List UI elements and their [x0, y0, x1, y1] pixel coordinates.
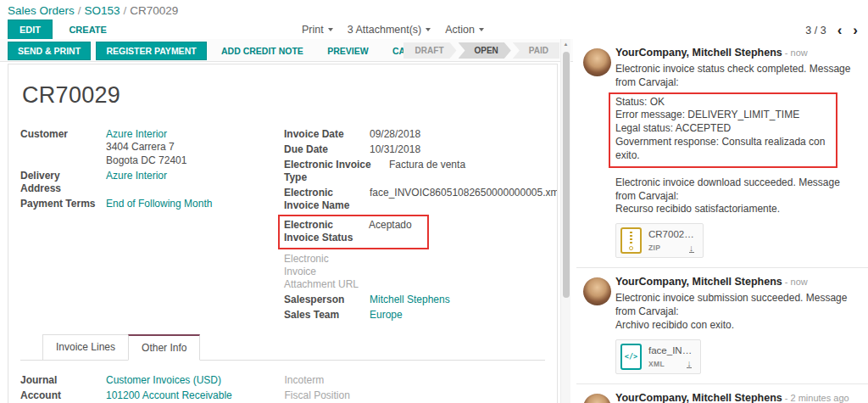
field-label: Journal: [20, 374, 106, 387]
invoice-form-sheet: CR70029 Customer Azure Interior 3404 Car…: [8, 64, 558, 403]
attachment-ext: ZIP: [648, 243, 660, 253]
field-delivery-address: Delivery Address Azure Interior: [20, 170, 281, 195]
other-info-panel: Journal Customer Invoices (USD) Account …: [20, 361, 545, 403]
attachments-label: 3 Attachment(s): [348, 24, 422, 36]
customer-address-line: 3404 Carrera 7: [106, 141, 281, 154]
message-line: Government response: Consulta realizada …: [615, 136, 831, 163]
message-timestamp: - now: [785, 48, 808, 58]
message-line: Archivo recibido con exito.: [615, 319, 854, 333]
message-line: Electronic invoice submission succeeded.…: [615, 292, 854, 319]
field-label: Electronic Invoice Name: [284, 187, 370, 212]
attachments-dropdown[interactable]: 3 Attachment(s): [348, 24, 431, 36]
einvoice-status-highlight-box: Electronic Invoice Status Aceptado: [278, 215, 429, 249]
message-author: YourCompany, Mitchell Stephens- now: [615, 47, 860, 59]
notebook-tabs: Invoice Lines Other Info: [20, 334, 545, 361]
state-paid[interactable]: PAID: [513, 42, 559, 59]
breadcrumb: Sales Orders/SO153/CR70029: [8, 4, 178, 17]
message-body: Electronic invoice status check complete…: [615, 63, 860, 258]
create-button[interactable]: CREATE: [60, 20, 114, 39]
caret-down-icon: [479, 28, 484, 31]
attachment-name: CR7002…: [648, 228, 694, 241]
message-line: Electronic invoice download succeeded. M…: [615, 176, 854, 204]
avatar: [583, 48, 611, 76]
form-right-column: Invoice Date 09/28/2018 Due Date 10/31/2…: [284, 128, 545, 324]
payment-terms-link[interactable]: End of Following Month: [106, 198, 212, 210]
send-print-button[interactable]: SEND & PRINT: [8, 42, 91, 60]
einvoice-status-value: Aceptado: [369, 219, 423, 244]
caret-down-icon: [328, 28, 333, 31]
preview-button[interactable]: PREVIEW: [318, 42, 377, 59]
einvoice-name-value: face_INVOIC86051082650000000005.xml: [370, 187, 558, 212]
chatter-message: YourCompany, Mitchell Stephens- 2 minute…: [576, 384, 868, 403]
state-open[interactable]: OPEN: [459, 42, 511, 59]
scroll-up-icon[interactable]: ▲: [561, 39, 570, 50]
field-label: Invoice Date: [284, 128, 370, 141]
status-pills: DRAFT OPEN PAID: [403, 42, 559, 59]
status-highlight-box: Status: OK Error message: DELIVERY_LIMIT…: [609, 92, 837, 168]
form-left-column: Customer Azure Interior 3404 Carrera 7 B…: [20, 128, 281, 324]
other-info-right-column: Incoterm Fiscal Position Intrastat Count…: [285, 374, 546, 403]
chatter-message: YourCompany, Mitchell Stephens- now Elec…: [576, 268, 868, 380]
caret-down-icon: [426, 28, 431, 31]
journal-link[interactable]: Customer Invoices (USD): [106, 374, 221, 386]
form-scrollbar[interactable]: ▲: [560, 39, 570, 403]
add-credit-note-button[interactable]: ADD CREDIT NOTE: [212, 42, 313, 59]
attachment-name: face_IN…: [648, 344, 692, 357]
customer-link[interactable]: Azure Interior: [106, 128, 167, 140]
sales-team-link[interactable]: Europe: [370, 309, 403, 321]
field-einvoice-attachment-url: Electronic Invoice Attachment URL: [284, 253, 545, 291]
invoice-date-value: 09/28/2018: [370, 128, 545, 141]
field-label: Fiscal Position: [285, 389, 403, 402]
pager-prev-icon[interactable]: ‹: [837, 25, 843, 36]
action-label: Action: [445, 24, 475, 36]
code-glyph: </>: [625, 352, 637, 361]
field-label: Incoterm: [285, 374, 370, 387]
edit-button[interactable]: EDIT: [8, 20, 53, 40]
breadcrumb-separator: /: [124, 4, 127, 17]
state-draft[interactable]: DRAFT: [403, 42, 457, 59]
message-body: Electronic invoice submission succeeded.…: [615, 292, 860, 373]
statusbar: SEND & PRINT REGISTER PAYMENT ADD CREDIT…: [0, 39, 573, 62]
field-label: Electronic Invoice Status: [284, 219, 369, 244]
download-icon[interactable]: ↓: [689, 244, 694, 253]
message-line: Error message: DELIVERY_LIMIT_TIME: [615, 109, 831, 122]
message-line: Recurso recibido satisfactoriamente.: [615, 203, 854, 216]
xml-file-icon: </>: [620, 344, 642, 370]
field-einvoice-name: Electronic Invoice Name face_INVOIC86051…: [284, 187, 545, 212]
due-date-value: 10/31/2018: [370, 143, 545, 156]
einvoice-type-value: Factura de venta: [389, 159, 545, 184]
field-due-date: Due Date 10/31/2018: [284, 143, 545, 156]
print-dropdown[interactable]: Print: [302, 24, 333, 36]
field-customer: Customer Azure Interior 3404 Carrera 7 B…: [20, 128, 281, 167]
salesperson-link[interactable]: Mitchell Stephens: [370, 294, 450, 305]
delivery-address-link[interactable]: Azure Interior: [106, 170, 167, 182]
field-einvoice-type: Electronic Invoice Type Factura de venta: [284, 159, 545, 184]
register-payment-button[interactable]: REGISTER PAYMENT: [96, 42, 206, 60]
attachment-card[interactable]: CR7002… ZIP ↓: [615, 223, 704, 258]
field-sales-team: Sales Team Europe: [284, 309, 545, 322]
pager-next-icon[interactable]: ›: [853, 25, 858, 36]
field-incoterm: Incoterm: [285, 374, 546, 387]
author-name: YourCompany, Mitchell Stephens: [615, 276, 782, 288]
attachment-card[interactable]: </> face_IN… XML ↓: [615, 339, 701, 374]
field-label: Sales Team: [284, 309, 370, 322]
field-label: Due Date: [284, 143, 370, 156]
field-fiscal-position: Fiscal Position: [285, 389, 546, 402]
account-link[interactable]: 101200 Account Receivable: [106, 389, 232, 401]
breadcrumb-sales-orders[interactable]: Sales Orders: [8, 4, 75, 17]
author-name: YourCompany, Mitchell Stephens: [615, 392, 782, 403]
tab-invoice-lines[interactable]: Invoice Lines: [42, 334, 128, 361]
breadcrumb-so153[interactable]: SO153: [85, 4, 120, 17]
action-dropdown[interactable]: Action: [445, 24, 484, 36]
tab-other-info[interactable]: Other Info: [128, 334, 200, 361]
download-icon[interactable]: ↓: [687, 360, 692, 368]
field-payment-terms: Payment Terms End of Following Month: [20, 198, 281, 210]
avatar: [583, 394, 611, 403]
pager-value: 3 / 3: [805, 25, 826, 36]
message-timestamp: - 2 minutes ago: [785, 393, 849, 403]
author-name: YourCompany, Mitchell Stephens: [615, 47, 782, 59]
chatter-panel: YourCompany, Mitchell Stephens- now Elec…: [576, 39, 868, 403]
message-author: YourCompany, Mitchell Stephens- 2 minute…: [615, 392, 860, 403]
scrollbar-thumb[interactable]: [563, 52, 570, 298]
field-salesperson: Salesperson Mitchell Stephens: [284, 294, 545, 306]
